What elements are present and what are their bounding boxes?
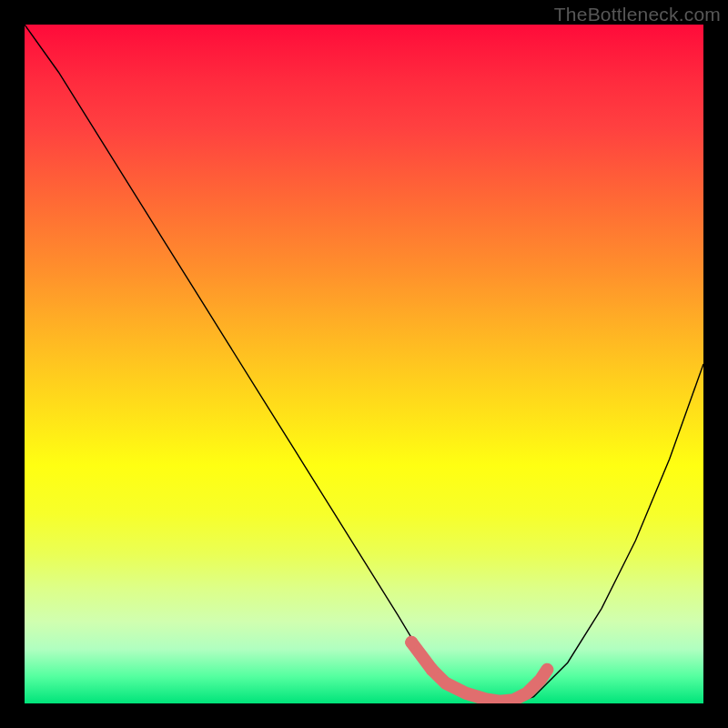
chart-frame: TheBottleneck.com — [0, 0, 728, 728]
svg-point-0 — [405, 636, 418, 649]
bottleneck-curve — [25, 25, 703, 703]
plot-area — [25, 25, 703, 703]
watermark-text: TheBottleneck.com — [554, 4, 721, 25]
chart-svg — [25, 25, 703, 703]
svg-point-1 — [426, 663, 439, 676]
